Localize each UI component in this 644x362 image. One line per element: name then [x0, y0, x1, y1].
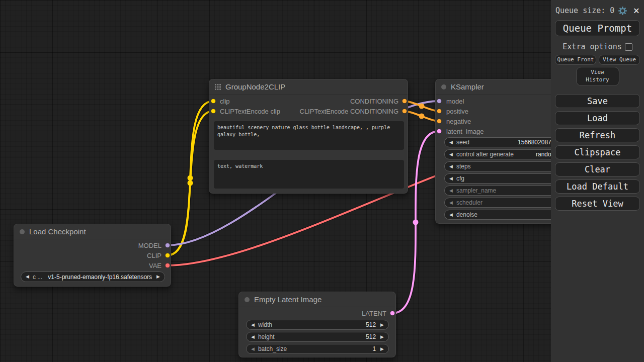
reset-view-button[interactable]: Reset View — [555, 197, 640, 211]
input-slot-label: model — [446, 98, 464, 106]
widget-label: steps — [456, 163, 471, 170]
load-default-button[interactable]: Load Default — [555, 179, 640, 194]
widget-value: v1-5-pruned-emaonly-fp16.safetensors — [48, 274, 152, 281]
widget-value: 1566802087 — [518, 139, 551, 146]
save-button[interactable]: Save — [555, 94, 640, 108]
comfy-menu-panel: Queue size: 0 × Queue Prompt Extra optio… — [551, 0, 644, 362]
widget-label: seed — [456, 139, 469, 146]
queue-front-button[interactable]: Queue Front — [555, 55, 596, 65]
decrement-arrow-icon[interactable]: ◀ — [449, 164, 453, 169]
decrement-arrow-icon[interactable]: ◀ — [449, 213, 453, 217]
node-title-text: GroupNode2CLIP — [225, 82, 285, 91]
widget-label: sampler_name — [456, 187, 496, 194]
extra-options-checkbox[interactable] — [625, 43, 632, 51]
node-title-text: Load Checkpoint — [29, 227, 86, 236]
widget-value: 512 — [366, 321, 376, 328]
height-widget[interactable]: ◀ height 512 ▶ — [246, 332, 389, 342]
decrement-arrow-icon[interactable]: ◀ — [251, 323, 255, 327]
group-grid-icon — [215, 84, 221, 90]
node-titlebar[interactable]: Load Checkpoint — [14, 224, 171, 239]
output-slot-label: CLIP — [147, 252, 162, 260]
load-button[interactable]: Load — [555, 111, 640, 125]
decrement-arrow-icon[interactable]: ◀ — [449, 152, 453, 157]
output-slot-label: MODEL — [138, 242, 162, 250]
view-queue-button[interactable]: View Queue — [599, 55, 640, 65]
widget-label: width — [258, 321, 272, 328]
prev-option-arrow-icon[interactable]: ◀ — [26, 275, 29, 279]
increment-arrow-icon[interactable]: ▶ — [380, 335, 384, 339]
close-menu-icon[interactable]: × — [633, 6, 639, 16]
node-titlebar[interactable]: GroupNode2CLIP — [209, 79, 408, 95]
settings-gear-icon[interactable] — [618, 6, 627, 16]
node-load-checkpoint[interactable]: Load Checkpoint MODEL CLIP VAE ◀ c ... v… — [14, 224, 171, 287]
queue-prompt-button[interactable]: Queue Prompt — [555, 20, 640, 36]
increment-arrow-icon[interactable]: ▶ — [380, 323, 384, 327]
next-option-arrow-icon[interactable]: ▶ — [156, 275, 160, 279]
output-slot-label: CONDITIONING — [350, 98, 398, 106]
widget-label: scheduler — [456, 199, 482, 206]
clipspace-button[interactable]: Clipspace — [555, 145, 640, 159]
widget-label: c ... — [33, 274, 42, 281]
decrement-arrow-icon[interactable]: ◀ — [251, 347, 255, 351]
decrement-arrow-icon[interactable]: ◀ — [251, 335, 255, 339]
output-slot-label: VAE — [149, 262, 162, 270]
output-slot-label: CLIPTextEncode CONDITIONING — [300, 108, 399, 116]
node-title-text: KSampler — [451, 82, 484, 91]
input-slot-label: negative — [446, 118, 471, 126]
input-slot-label: CLIPTextEncode clip — [220, 108, 280, 116]
widget-label: denoise — [456, 211, 477, 218]
node-groupnode2clip[interactable]: GroupNode2CLIP clip CLIPTextEncode clip … — [209, 79, 408, 194]
decrement-arrow-icon[interactable]: ◀ — [449, 201, 453, 205]
increment-arrow-icon[interactable]: ▶ — [380, 347, 384, 351]
widget-value: 1 — [372, 345, 376, 352]
input-slot-label: latent_image — [446, 128, 484, 136]
batch-size-widget[interactable]: ◀ batch_size 1 ▶ — [246, 344, 389, 354]
node-titlebar[interactable]: Empty Latent Image — [239, 292, 395, 307]
decrement-arrow-icon[interactable]: ◀ — [449, 176, 453, 181]
negative-prompt-textarea[interactable]: text, watermark — [214, 160, 404, 189]
widget-label: height — [258, 333, 275, 340]
collapse-dot-icon[interactable] — [245, 297, 250, 302]
input-slot-label: positive — [446, 108, 468, 116]
refresh-button[interactable]: Refresh — [555, 128, 640, 142]
decrement-arrow-icon[interactable]: ◀ — [449, 140, 453, 145]
queue-size-label: Queue size: 0 — [555, 6, 614, 15]
widget-label: cfg — [456, 175, 464, 182]
decrement-arrow-icon[interactable]: ◀ — [449, 189, 453, 193]
widget-label: control after generate — [456, 151, 514, 158]
positive-prompt-textarea[interactable]: beautiful scenery nature glass bottle la… — [214, 121, 404, 150]
extra-options-label: Extra options — [562, 42, 621, 51]
ckpt-name-widget[interactable]: ◀ c ... v1-5-pruned-emaonly-fp16.safeten… — [21, 272, 165, 282]
input-slot-label: clip — [220, 98, 230, 106]
view-history-button[interactable]: View History — [576, 67, 619, 86]
node-empty-latent-image[interactable]: Empty Latent Image LATENT ◀ width 512 ▶ … — [238, 292, 396, 357]
clear-button[interactable]: Clear — [555, 162, 640, 176]
output-slot-label: LATENT — [362, 310, 386, 318]
collapse-dot-icon[interactable] — [20, 229, 25, 234]
collapse-dot-icon[interactable] — [441, 84, 446, 89]
widget-label: batch_size — [258, 345, 287, 352]
widget-value: 512 — [366, 333, 376, 340]
width-widget[interactable]: ◀ width 512 ▶ — [246, 320, 389, 330]
node-title-text: Empty Latent Image — [254, 295, 321, 304]
